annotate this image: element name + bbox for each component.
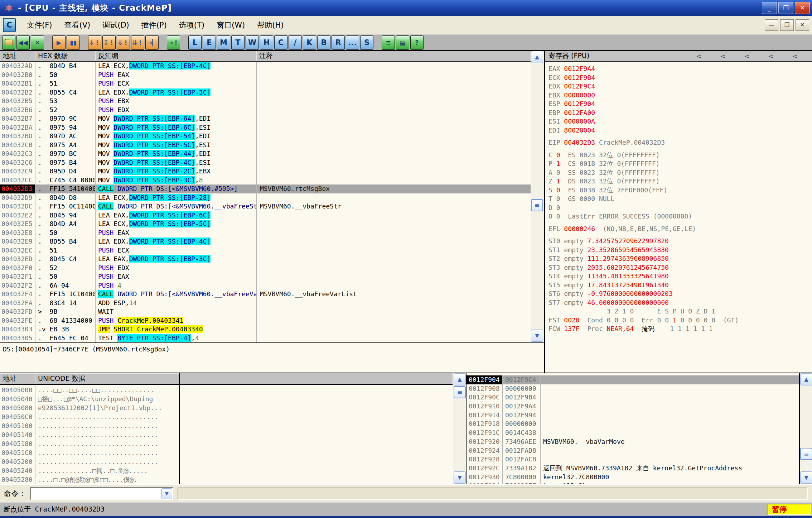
- disasm-hex-cell[interactable]: . 6A 04: [35, 281, 95, 290]
- pause-button[interactable]: ▮▮: [67, 35, 80, 50]
- stack-row[interactable]: 0012F9040012F9C4: [467, 375, 799, 384]
- disasm-instruction-cell[interactable]: MOV DWORD PTR SS:[EBP-4C],ESI: [95, 158, 256, 167]
- memory-window-button[interactable]: M: [217, 35, 230, 50]
- disasm-hex-cell[interactable]: . 50: [35, 71, 95, 80]
- disasm-instruction-cell[interactable]: LEA ECX,DWORD PTR SS:[EBP-4C]: [95, 62, 256, 71]
- disasm-instruction-cell[interactable]: PUSH ECX: [95, 246, 256, 255]
- stack-comment-cell[interactable]: 返回到 MSVBVM60.7339A182 来自 kernel32.GetPro…: [540, 464, 799, 473]
- disasm-address-cell[interactable]: 004032EC: [0, 246, 35, 255]
- disasm-address-cell[interactable]: 004032E8: [0, 229, 35, 238]
- disasm-row[interactable]: 004032CC. C745 C4 08000000MOV DWORD PTR …: [0, 176, 531, 185]
- scroll-up-icon[interactable]: ▲: [454, 373, 466, 385]
- disasm-address-cell[interactable]: 004032F0: [0, 264, 35, 273]
- appearance-button[interactable]: ▤: [396, 35, 409, 50]
- disasm-hex-cell[interactable]: . 50: [35, 229, 95, 238]
- disasm-row[interactable]: 004032D3. FF15 54104000CALL DWORD PTR DS…: [0, 184, 531, 193]
- help-button[interactable]: ?: [410, 35, 424, 50]
- disasm-address-cell[interactable]: 004032B0: [0, 71, 35, 80]
- disasm-address-cell[interactable]: 004032DC: [0, 202, 35, 211]
- stack-address-cell[interactable]: 0012F92C: [467, 464, 502, 473]
- disasm-hex-cell[interactable]: . 895D D4: [35, 167, 95, 176]
- disasm-row[interactable]: 004032FA. 83C4 14ADD ESP,14: [0, 299, 531, 308]
- disasm-row[interactable]: 004032F0. 52PUSH EDX: [0, 264, 531, 273]
- disasm-instruction-cell[interactable]: LEA EAX,DWORD PTR SS:[EBP-6C]: [95, 211, 256, 220]
- disasm-instruction-cell[interactable]: MOV DWORD PTR SS:[EBP-44],EDI: [95, 149, 256, 158]
- mdi-close-button[interactable]: ✕: [796, 19, 809, 31]
- dump-address-cell[interactable]: 00405000: [0, 385, 35, 394]
- disasm-instruction-cell[interactable]: PUSH CrackMeP.00403341: [95, 316, 256, 325]
- step-over-button[interactable]: ↧⋮: [102, 35, 116, 50]
- stack-value-cell[interactable]: 0012F9C4: [502, 375, 540, 384]
- dump-address-cell[interactable]: 00405240: [0, 466, 35, 475]
- run-button[interactable]: ▶: [52, 35, 66, 50]
- cpu-window-button[interactable]: C: [274, 35, 287, 50]
- disasm-hex-cell[interactable]: . 8D4D A4: [35, 220, 95, 229]
- disasm-instruction-cell[interactable]: PUSH EDX: [95, 264, 256, 273]
- register-line[interactable]: ST3 empty 2035.6020761245674750: [545, 263, 812, 272]
- disasm-row[interactable]: 004032B6. 52PUSH EDX: [0, 106, 531, 115]
- disasm-comment-cell[interactable]: [256, 211, 531, 220]
- disasm-hex-cell[interactable]: . 8D45 C4: [35, 255, 95, 264]
- dump-data-cell[interactable]: ...............................: [35, 430, 179, 439]
- menu-item-view[interactable]: 查看(V): [58, 18, 96, 32]
- go-to-button[interactable]: →⋮: [167, 35, 180, 50]
- disasm-hex-cell[interactable]: . 52: [35, 264, 95, 273]
- register-line[interactable]: Z 1 DS 0023 32位 0(FFFFFFFF): [545, 177, 812, 186]
- disasm-instruction-cell[interactable]: PUSH EAX: [95, 71, 256, 80]
- stack-value-cell[interactable]: 73496AEE: [502, 437, 540, 446]
- disasm-comment-cell[interactable]: [256, 158, 531, 167]
- menu-item-options[interactable]: 选项(T): [173, 18, 211, 32]
- dump-pane[interactable]: 00405000....□□..□□....□□..............00…: [0, 385, 179, 484]
- register-line[interactable]: ESP 0012F904: [545, 100, 812, 109]
- disasm-scrollbar[interactable]: ▲ ≡ ▼: [531, 51, 544, 342]
- dump-scrollbar[interactable]: ▲ ≡ ▼: [453, 373, 466, 484]
- register-line[interactable]: EBP 0012FA00: [545, 109, 812, 117]
- stack-row[interactable]: 0012F90800000000: [467, 384, 799, 393]
- disasm-row[interactable]: 004032AD. 8D4D B4LEA ECX,DWORD PTR SS:[E…: [0, 62, 531, 71]
- register-line[interactable]: O 0 LastErr ERROR_SUCCESS (00000000): [545, 212, 812, 221]
- dump-data-cell[interactable]: ...............................: [35, 412, 179, 421]
- stack-value-cell[interactable]: 0012F9A4: [502, 402, 540, 411]
- disasm-row[interactable]: 004032FD> 9BWAIT: [0, 307, 531, 316]
- disasm-comment-cell[interactable]: [256, 272, 531, 281]
- disasm-row[interactable]: 004032E2. 8D45 94LEA EAX,DWORD PTR SS:[E…: [0, 211, 531, 220]
- stack-row[interactable]: 0012F91800000000: [467, 419, 799, 428]
- disasm-instruction-cell[interactable]: LEA EAX,DWORD PTR SS:[EBP-3C]: [95, 255, 256, 264]
- execute-till-return-button[interactable]: →▏: [145, 35, 159, 50]
- patches-window-button[interactable]: /: [289, 35, 302, 50]
- disasm-instruction-cell[interactable]: PUSH 4: [95, 281, 256, 290]
- disasm-instruction-cell[interactable]: MOV DWORD PTR SS:[EBP-2C],EBX: [95, 167, 256, 176]
- disasm-row[interactable]: 004032D9. 8D4D D8LEA ECX,DWORD PTR SS:[E…: [0, 193, 531, 202]
- disasm-address-cell[interactable]: 004032FD: [0, 307, 35, 316]
- register-line[interactable]: ST2 empty 111.29743639608906850: [545, 254, 812, 263]
- disasm-address-cell[interactable]: 004032B2: [0, 88, 35, 97]
- stack-value-cell[interactable]: 7339A182: [502, 464, 540, 473]
- dump-row[interactable]: 00405080e928536112002[1]\Project1.vbp...: [0, 403, 179, 412]
- disasm-address-cell[interactable]: 004032FA: [0, 299, 35, 308]
- disasm-hex-cell[interactable]: . 8D4D B4: [35, 62, 95, 71]
- registers-pane[interactable]: EAX 0012F9A4ECX 0012F9B4EDX 0012F9C4EBX …: [545, 62, 812, 373]
- stack-value-cell[interactable]: 00000000: [502, 384, 540, 393]
- disasm-instruction-cell[interactable]: PUSH ECX: [95, 79, 256, 88]
- disasm-address-cell[interactable]: 004032D9: [0, 193, 35, 202]
- breakpoint-list-button[interactable]: ≡: [382, 35, 395, 50]
- disasm-address-cell[interactable]: 004032B7: [0, 114, 35, 123]
- mdi-restore-button[interactable]: ❐: [780, 19, 794, 31]
- disasm-address-cell[interactable]: 004032F4: [0, 290, 35, 299]
- disasm-hex-cell[interactable]: . 50: [35, 272, 95, 281]
- register-line[interactable]: ESI 0000000A: [545, 117, 812, 126]
- restart-button[interactable]: ◀◀: [16, 35, 30, 50]
- dump-data-cell[interactable]: ...............................: [35, 457, 179, 466]
- dump-data-cell[interactable]: ....□.□@創@勘@□摇□□....僙@.: [35, 475, 179, 484]
- disasm-row[interactable]: 004032BA. 8975 94MOV DWORD PTR SS:[EBP-6…: [0, 123, 531, 132]
- disasm-address-cell[interactable]: 004032BA: [0, 123, 35, 132]
- disasm-address-cell[interactable]: 004032B6: [0, 106, 35, 115]
- scroll-down-icon[interactable]: ▼: [531, 330, 543, 342]
- disasm-address-cell[interactable]: 004032C3: [0, 149, 35, 158]
- disasm-instruction-cell[interactable]: LEA ECX,DWORD PTR SS:[EBP-28]: [95, 193, 256, 202]
- disasm-address-cell[interactable]: 004032C0: [0, 141, 35, 150]
- stack-row[interactable]: 0012F91C0014C438: [467, 428, 799, 437]
- disasm-hex-cell[interactable]: . 897D BC: [35, 149, 95, 158]
- disasm-row[interactable]: 004032EC. 51PUSH ECX: [0, 246, 531, 255]
- disasm-hex-cell[interactable]: . 51: [35, 246, 95, 255]
